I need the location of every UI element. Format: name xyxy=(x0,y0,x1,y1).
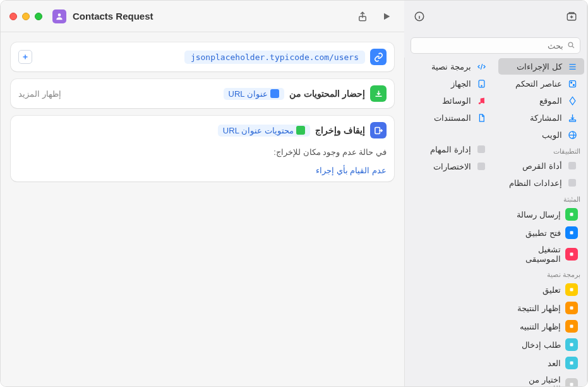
shortcut-icon xyxy=(52,9,66,23)
action-label: العد xyxy=(548,359,561,368)
category-icon xyxy=(476,61,487,72)
svg-rect-9 xyxy=(569,120,575,121)
action-label: إظهار التنبيه xyxy=(520,322,561,331)
info-button[interactable] xyxy=(411,8,428,25)
window-title: Contacts Request xyxy=(73,11,153,22)
action-label: تعليق xyxy=(543,285,561,295)
category-label: الوسائط xyxy=(442,96,471,106)
svg-rect-20 xyxy=(570,362,573,365)
action-list-item[interactable]: اختيار من اللائحة xyxy=(498,372,584,386)
action-icon xyxy=(565,357,578,369)
zoom-button[interactable] xyxy=(35,13,42,20)
svg-rect-17 xyxy=(570,307,573,310)
svg-rect-14 xyxy=(570,231,573,235)
action-list-item[interactable]: تعليق xyxy=(498,281,584,298)
category-item[interactable]: الويب xyxy=(498,126,584,143)
app-icon xyxy=(476,161,487,172)
show-more-button[interactable]: إظهار المزيد xyxy=(18,89,61,99)
action-list-item[interactable]: فتح تطبيق xyxy=(498,224,584,242)
app-label: الاختصارات xyxy=(433,162,471,171)
action-list-item[interactable]: إظهار النتيجة xyxy=(498,299,584,317)
search-input[interactable] xyxy=(411,37,580,54)
app-label: إدارة المهام xyxy=(430,145,471,154)
condition-label: في حالة عدم وجود مكان للإخراج: xyxy=(11,145,394,163)
action-title: إيقاف وإخراج xyxy=(315,125,365,135)
library-button[interactable] xyxy=(563,8,580,25)
action-url[interactable]: jsonplaceholder.typicode.com/users xyxy=(11,42,394,71)
category-item[interactable]: الوسائط xyxy=(407,92,493,109)
svg-rect-6 xyxy=(569,80,575,87)
app-item[interactable]: أداة القرص xyxy=(498,157,584,174)
sidebar: كل الإجراءاتعناصر التحكمالموقعالمشاركةال… xyxy=(404,1,587,386)
window-controls[interactable] xyxy=(9,13,42,20)
category-item[interactable]: الموقع xyxy=(498,92,584,109)
action-list-item[interactable]: العد xyxy=(498,354,584,372)
category-icon xyxy=(476,78,487,89)
svg-rect-11 xyxy=(568,162,576,169)
category-label: المستندات xyxy=(434,113,471,123)
svg-rect-27 xyxy=(477,163,485,170)
category-icon xyxy=(567,112,578,123)
app-icon xyxy=(567,160,578,171)
svg-rect-15 xyxy=(570,253,573,256)
minimize-button[interactable] xyxy=(22,13,30,20)
category-label: عناصر التحكم xyxy=(515,79,562,89)
category-icon xyxy=(567,61,578,72)
link-icon xyxy=(370,49,387,65)
share-button[interactable] xyxy=(354,8,371,25)
svg-point-23 xyxy=(481,85,481,86)
add-url-button[interactable] xyxy=(18,50,32,64)
action-label: إظهار النتيجة xyxy=(517,304,561,313)
contents-variable-token[interactable]: محتويات عنوان URL xyxy=(218,125,310,137)
action-icon xyxy=(565,248,578,261)
action-list-item[interactable]: إظهار التنبيه xyxy=(498,317,584,335)
run-button[interactable] xyxy=(378,8,395,25)
category-item[interactable]: كل الإجراءات xyxy=(498,58,584,75)
action-list-item[interactable]: إرسال رسالة xyxy=(498,206,584,223)
action-title: إحضار المحتويات من xyxy=(289,89,365,99)
svg-rect-16 xyxy=(570,288,573,292)
category-item[interactable]: المستندات xyxy=(407,109,493,126)
action-stop-output[interactable]: إيقاف وإخراج محتويات عنوان URL في حالة ع… xyxy=(11,116,394,181)
app-item[interactable]: إدارة المهام xyxy=(407,141,493,157)
action-list-item[interactable]: تشغيل الموسيقى xyxy=(498,242,584,266)
url-value[interactable]: jsonplaceholder.typicode.com/users xyxy=(184,51,365,64)
svg-rect-21 xyxy=(570,383,573,386)
category-icon xyxy=(567,129,578,140)
svg-point-25 xyxy=(483,101,484,103)
category-item[interactable]: عناصر التحكم xyxy=(498,75,584,92)
action-label: تشغيل الموسيقى xyxy=(505,245,561,264)
action-icon xyxy=(565,378,578,386)
action-icon xyxy=(565,302,578,314)
section-pinned: المثبتة xyxy=(496,192,587,205)
url-variable-token[interactable]: عنوان URL xyxy=(224,88,285,100)
app-item[interactable]: الاختصارات xyxy=(407,158,493,175)
app-item[interactable]: إعدادات النظام xyxy=(498,175,584,191)
category-label: الموقع xyxy=(539,96,562,106)
category-label: الويب xyxy=(542,130,562,140)
titlebar: Contacts Request xyxy=(1,1,404,32)
exit-icon xyxy=(370,122,387,138)
category-item[interactable]: المشاركة xyxy=(498,109,584,126)
svg-point-24 xyxy=(478,102,480,104)
section-scripting: برمجة نصية xyxy=(496,267,587,280)
svg-rect-26 xyxy=(477,145,485,153)
svg-rect-12 xyxy=(568,179,576,187)
category-label: كل الإجراءات xyxy=(517,62,562,71)
svg-rect-13 xyxy=(570,213,573,216)
category-label: الجهاز xyxy=(451,79,471,89)
action-list-item[interactable]: طلب إدخال xyxy=(498,336,584,353)
action-icon xyxy=(565,226,578,239)
svg-point-7 xyxy=(570,82,572,83)
category-item[interactable]: برمجة نصية xyxy=(407,58,493,75)
condition-value[interactable]: عدم القيام بأي إجراء xyxy=(316,166,387,175)
action-icon xyxy=(565,283,578,296)
app-icon xyxy=(476,144,487,155)
svg-point-0 xyxy=(58,13,61,16)
section-apps: التطبيقات xyxy=(496,144,587,157)
close-button[interactable] xyxy=(9,13,17,20)
svg-rect-19 xyxy=(570,343,573,347)
app-label: أداة القرص xyxy=(522,161,562,171)
category-item[interactable]: الجهاز xyxy=(407,75,493,92)
action-fetch-contents[interactable]: إحضار المحتويات من عنوان URL إظهار المزي… xyxy=(11,79,394,108)
